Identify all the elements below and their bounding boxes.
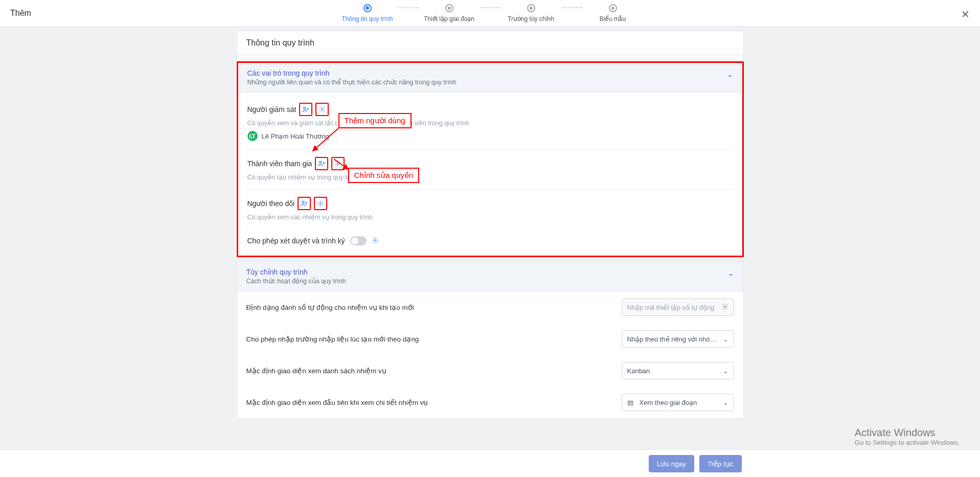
modal-header: Thêm Thông tin quy trình Thiết lập giai … <box>0 0 980 27</box>
chevron-down-icon: ⌄ <box>723 367 728 375</box>
step-connector <box>562 7 582 8</box>
role-desc: Có quyền tạo nhiệm vụ trong quy trình <box>247 173 733 181</box>
svg-point-0 <box>304 107 306 109</box>
setting-input-mode: Cho phép nhập trường nhập liệu lúc tạo m… <box>237 323 743 355</box>
add-user-button[interactable] <box>299 103 312 116</box>
role-name: Thành viên tham gia <box>247 160 312 168</box>
gear-icon <box>318 106 326 113</box>
step-circle-icon <box>363 4 372 12</box>
chevron-down-icon: ⌄ <box>723 335 728 343</box>
annotation-edit-perm: Chỉnh sửa quyền <box>348 168 420 183</box>
page: Thông tin quy trình Các vai trò trong qu… <box>237 31 744 455</box>
person-add-icon <box>302 105 310 113</box>
chevron-down-icon: ⌄ <box>723 399 728 406</box>
select-value: Nhập theo thẻ riêng với nhóm dữ liệ… <box>627 335 718 343</box>
gear-icon[interactable] <box>721 303 728 312</box>
default-list-select[interactable]: Kanban ⌄ <box>622 362 734 379</box>
customize-panel-header[interactable]: Tùy chỉnh quy trình Cách thức hoạt động … <box>237 262 743 291</box>
windows-watermark: Activate Windows Go to Settings to activ… <box>855 427 960 446</box>
modal-title: Thêm <box>10 9 31 18</box>
approve-label: Cho phép xét duyệt và trình ký <box>247 237 345 245</box>
step-label: Thông tin quy trình <box>341 15 393 22</box>
gear-icon <box>372 237 379 244</box>
chevron-up-icon[interactable]: ⌃ <box>727 74 733 82</box>
svg-point-8 <box>374 239 376 241</box>
step-label: Biểu mẫu <box>600 15 626 22</box>
approve-toggle[interactable] <box>350 236 367 245</box>
step-circle-icon <box>445 4 453 12</box>
default-detail-select[interactable]: ▤ Xem theo giai đoạn ⌄ <box>622 394 734 411</box>
add-user-button[interactable] <box>298 197 311 210</box>
svg-point-3 <box>320 161 322 163</box>
person-add-icon <box>300 199 308 208</box>
role-name: Người theo dõi <box>247 199 295 208</box>
page-title: Thông tin quy trình <box>237 31 744 55</box>
customize-panel-title: Tùy chỉnh quy trình <box>246 268 346 276</box>
roles-panel-body: Người giám sát Có quyền xem và giám sát … <box>238 93 742 256</box>
gear-icon <box>317 200 324 207</box>
svg-line-2 <box>313 128 338 151</box>
edit-permissions-button[interactable] <box>314 197 327 210</box>
watermark-line2: Go to Settings to activate Windows. <box>855 439 960 446</box>
watermark-line1: Activate Windows <box>855 427 960 439</box>
arrow-edit-perm <box>333 158 350 171</box>
step-connector <box>398 7 419 8</box>
close-icon[interactable]: ✕ <box>961 8 970 20</box>
customize-panel-subtitle: Cách thức hoạt động của quy trình <box>246 277 346 285</box>
card-spacer <box>237 55 744 61</box>
select-value: Xem theo giai đoạn <box>640 399 697 406</box>
setting-label: Định dạng đánh số tự động cho nhiệm vụ k… <box>246 303 414 311</box>
step-custom-fields[interactable]: Trường tùy chỉnh <box>500 4 562 22</box>
step-label: Trường tùy chỉnh <box>508 15 554 22</box>
setting-label: Mặc định giao diện xem đầu tiên khi xem … <box>246 398 428 406</box>
edit-permissions-button[interactable] <box>315 103 329 116</box>
step-stages[interactable]: Thiết lập giai đoạn <box>419 4 480 22</box>
step-circle-icon <box>609 4 617 12</box>
role-follower: Người theo dõi Có quyền xem các nhiệm vụ… <box>247 190 733 229</box>
add-user-button[interactable] <box>315 157 328 170</box>
setting-default-list: Mặc định giao diện xem danh sách nhiệm v… <box>237 355 743 387</box>
svg-point-6 <box>302 201 304 203</box>
step-circle-icon <box>527 4 535 12</box>
placeholder: Nhập mã thiết lập số tự động <box>627 304 715 311</box>
stepper: Thông tin quy trình Thiết lập giai đoạn … <box>337 4 644 22</box>
svg-point-7 <box>320 202 322 205</box>
svg-point-9 <box>724 306 726 308</box>
annotation-add-user: Thêm người dùng <box>338 113 412 128</box>
step-label: Thiết lập giai đoạn <box>424 15 474 22</box>
step-connector <box>480 7 500 8</box>
role-desc: Có quyền xem và giám sát tất cả nhiệm vụ… <box>247 119 733 127</box>
footer: Lưu ngay Tiếp tục <box>0 449 980 455</box>
roles-panel-subtitle: Những người liên quan và có thể thực hiệ… <box>247 78 457 86</box>
step-forms[interactable]: Biểu mẫu <box>582 4 644 22</box>
approve-toggle-row: Cho phép xét duyệt và trình ký <box>247 229 733 245</box>
roles-panel-header[interactable]: Các vai trò trong quy trình Những người … <box>238 63 742 93</box>
setting-label: Mặc định giao diện xem danh sách nhiệm v… <box>246 367 386 375</box>
svg-point-1 <box>322 108 324 110</box>
select-value: Kanban <box>627 367 650 375</box>
setting-auto-number: Định dạng đánh số tự động cho nhiệm vụ k… <box>237 291 743 323</box>
customize-panel: Tùy chỉnh quy trình Cách thức hoạt động … <box>237 261 744 419</box>
role-name: Người giám sát <box>247 105 297 113</box>
approve-settings-button[interactable] <box>372 237 379 245</box>
person-add-icon <box>317 160 326 168</box>
avatar: LT <box>247 131 258 141</box>
setting-default-detail: Mặc định giao diện xem đầu tiên khi xem … <box>237 387 743 418</box>
role-member: Thành viên tham gia Có quyền tạo nhiệm v… <box>247 150 733 190</box>
role-desc: Có quyền xem các nhiệm vụ trong quy trìn… <box>247 213 733 221</box>
input-mode-select[interactable]: Nhập theo thẻ riêng với nhóm dữ liệ… ⌄ <box>622 330 734 348</box>
auto-number-input[interactable]: Nhập mã thiết lập số tự động <box>622 299 734 316</box>
roles-panel-title: Các vai trò trong quy trình <box>247 69 457 77</box>
columns-icon: ▤ <box>627 399 633 406</box>
roles-panel-highlight: Các vai trò trong quy trình Những người … <box>237 61 744 257</box>
step-info[interactable]: Thông tin quy trình <box>337 4 398 22</box>
setting-label: Cho phép nhập trường nhập liệu lúc tạo m… <box>246 335 419 343</box>
chevron-up-icon[interactable]: ⌃ <box>728 272 734 281</box>
svg-line-5 <box>334 159 348 169</box>
